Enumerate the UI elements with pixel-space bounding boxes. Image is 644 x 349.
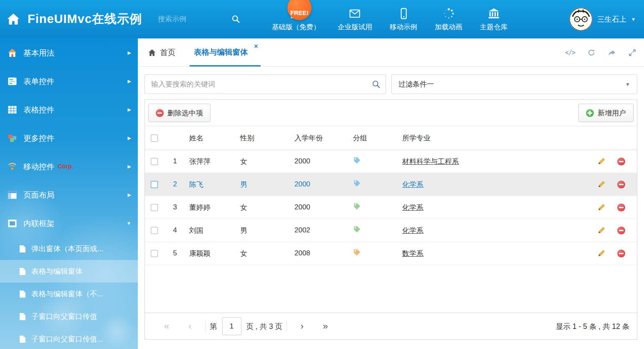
delete-row-icon[interactable]: [617, 204, 625, 211]
keyword-search-input[interactable]: [145, 75, 385, 94]
user-menu[interactable]: 三生石上 ▼: [569, 8, 636, 31]
row-number: 4: [166, 226, 184, 234]
filter-dropdown[interactable]: 过滤条件一 ▼: [391, 74, 637, 94]
caret-down-icon: ▼: [631, 17, 636, 22]
top-nav-item[interactable]: 移动示例: [390, 7, 417, 32]
code-icon[interactable]: </>: [565, 49, 575, 56]
delete-row-icon[interactable]: [617, 181, 625, 189]
table-row: 4 刘国 男 2002 化学系: [145, 219, 637, 242]
prev-page-button[interactable]: ‹: [178, 321, 202, 332]
first-page-button[interactable]: «: [155, 321, 178, 332]
caret-down-icon: ▼: [625, 82, 630, 87]
cell-name: 康颖颖: [184, 249, 235, 258]
tab-home[interactable]: 首页: [145, 38, 178, 66]
sidebar-subitem[interactable]: 子窗口向父窗口传值...: [0, 328, 138, 349]
edit-pencil-icon[interactable]: [597, 203, 606, 211]
chevron-right-icon: ▶: [128, 50, 131, 56]
filter-row: 过滤条件一 ▼: [145, 74, 637, 94]
major-link[interactable]: 化学系: [402, 227, 423, 234]
major-link[interactable]: 材料科学与工程系: [402, 158, 459, 166]
sidebar-item[interactable]: 表单控件 ▶: [0, 67, 138, 95]
col-group[interactable]: 分组: [348, 133, 397, 143]
sidebar-item[interactable]: 更多控件 ▶: [0, 124, 138, 152]
cell-gender: 女: [235, 157, 289, 166]
major-link[interactable]: 化学系: [402, 181, 423, 189]
frame-icon: [8, 219, 17, 228]
top-nav-item[interactable]: 主题仓库: [480, 7, 507, 32]
brand[interactable]: FineUIMvc在线示例: [0, 11, 142, 28]
row-checkbox[interactable]: [151, 250, 158, 257]
tab-actions: </>: [565, 38, 636, 66]
cell-gender: 女: [235, 203, 289, 212]
sidebar-item[interactable]: 内联框架 ▼: [0, 209, 138, 237]
minus-circle-icon: [156, 109, 164, 117]
search-icon[interactable]: [372, 80, 380, 89]
sidebar-subitem[interactable]: 表格与编辑窗体（不...: [0, 283, 138, 305]
sidebar-subitem[interactable]: 子窗口向父窗口传值: [0, 305, 138, 328]
top-nav-item[interactable]: 加载动画: [435, 7, 462, 32]
delete-row-icon[interactable]: [617, 250, 625, 257]
forward-icon[interactable]: [608, 48, 616, 57]
tag-icon: [353, 179, 361, 187]
tag-icon: [353, 248, 361, 256]
page-suffix: 页 , 共 3 页: [246, 321, 283, 331]
col-year[interactable]: 入学年份: [289, 133, 348, 143]
edit-pencil-icon[interactable]: [597, 226, 606, 234]
sidebar-subitem[interactable]: 表格与编辑窗体: [0, 260, 138, 283]
envelope-icon: [349, 7, 361, 20]
top-nav-item[interactable]: 企业版试用: [338, 7, 373, 32]
chevron-right-icon: ▶: [128, 107, 131, 112]
row-checkbox[interactable]: [151, 158, 158, 165]
chevron-right-icon: ▶: [128, 192, 131, 198]
add-user-button[interactable]: 新增用户: [578, 104, 634, 122]
row-number: 2: [166, 180, 184, 189]
delete-selected-button[interactable]: 删除选中项: [148, 104, 210, 122]
cell-name: 董婷婷: [184, 203, 235, 212]
sidebar-item[interactable]: 基本用法 ▶: [0, 38, 138, 67]
edit-pencil-icon[interactable]: [597, 180, 606, 189]
select-all-checkbox[interactable]: [151, 135, 158, 142]
delete-row-icon[interactable]: [617, 158, 625, 166]
row-checkbox[interactable]: [151, 181, 158, 188]
edit-pencil-icon[interactable]: [597, 249, 606, 257]
file-icon: [19, 267, 26, 275]
home-icon: [148, 48, 156, 57]
col-name[interactable]: 姓名: [184, 133, 235, 143]
major-link[interactable]: 化学系: [402, 204, 423, 211]
col-gender[interactable]: 性别: [235, 133, 289, 143]
row-checkbox[interactable]: [151, 227, 158, 234]
sidebar-item[interactable]: 移动控件 Corp. ▶: [0, 152, 138, 181]
last-page-button[interactable]: »: [314, 321, 337, 332]
cell-gender: 女: [235, 249, 289, 258]
home-icon: [7, 13, 20, 26]
row-number: 3: [166, 203, 184, 211]
file-icon: [19, 335, 26, 343]
major-link[interactable]: 数学系: [402, 250, 423, 257]
delete-row-icon[interactable]: [617, 227, 625, 234]
top-header: FineUIMvc在线示例 FREE! 基础版（免费） 企业版试用 移动示例: [0, 0, 644, 38]
next-page-button[interactable]: ›: [290, 321, 314, 332]
chevron-right-icon: ▶: [128, 164, 131, 169]
cell-year: 2000: [289, 203, 348, 211]
tab-grid-edit-window[interactable]: 表格与编辑窗体 ×: [190, 38, 261, 66]
sidebar-item[interactable]: 页面布局 ▶: [0, 181, 138, 209]
sidebar-subitem[interactable]: 弹出窗体（本页面或...: [0, 237, 138, 260]
refresh-icon[interactable]: [587, 48, 596, 57]
edit-pencil-icon[interactable]: [597, 157, 606, 166]
sidebar-submenu: 弹出窗体（本页面或... 表格与编辑窗体 表格与编辑窗体（不... 子窗口向: [0, 237, 138, 349]
col-major[interactable]: 所学专业: [397, 133, 590, 143]
expand-icon[interactable]: [628, 48, 636, 57]
table-row: 2 陈飞 男 2000 化学系: [145, 173, 637, 196]
search-icon[interactable]: [231, 15, 240, 23]
cell-year: 2002: [289, 226, 348, 234]
sidebar: 基本用法 ▶ 表单控件 ▶ 表格控件 ▶ 更多控件: [0, 38, 138, 349]
row-checkbox[interactable]: [151, 204, 158, 211]
app-title: FineUIMvc在线示例: [28, 11, 142, 28]
header-search-input[interactable]: [156, 11, 242, 28]
table-body: 1 张萍萍 女 2000 材料科学与工程系: [145, 150, 637, 313]
cell-gender: 男: [235, 226, 289, 235]
record-summary: 显示 1 - 5 条 , 共 12 条: [556, 321, 629, 331]
close-icon[interactable]: ×: [254, 43, 258, 50]
page-number-input[interactable]: [222, 317, 241, 335]
sidebar-item[interactable]: 表格控件 ▶: [0, 95, 138, 124]
